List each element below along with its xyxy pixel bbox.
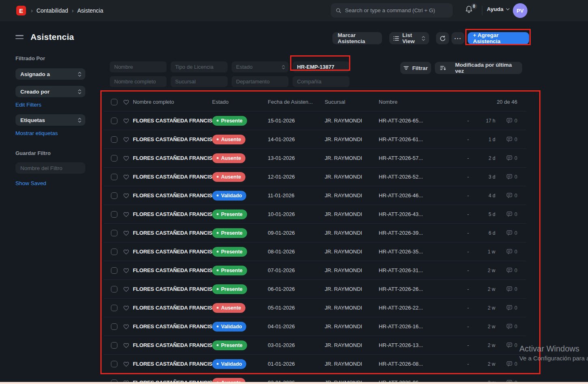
notifications-button[interactable]: 0 bbox=[465, 5, 476, 16]
mark-attendance-button[interactable]: Marcar Asistencia bbox=[332, 32, 382, 44]
show-saved-link[interactable]: Show Saved bbox=[15, 180, 46, 186]
row-checkbox[interactable] bbox=[111, 305, 117, 311]
row-checkbox[interactable] bbox=[111, 174, 117, 180]
table-row[interactable]: FLORES CASTAÑEDA FRANCIS Presente 10-01-… bbox=[104, 205, 526, 223]
like-filter-icon[interactable] bbox=[123, 99, 130, 105]
attendance-id[interactable]: HR-ATT-2026-61... bbox=[379, 136, 440, 142]
employee-name[interactable]: FLORES CASTAÑEDA FRANCIS bbox=[133, 155, 212, 161]
employee-name[interactable]: FLORES CASTAÑEDA FRANCIS bbox=[133, 136, 212, 142]
heart-icon[interactable] bbox=[123, 286, 130, 292]
attendance-id[interactable]: HR-ATT-2026-43... bbox=[379, 211, 440, 217]
heart-icon[interactable] bbox=[123, 323, 130, 330]
row-checkbox[interactable] bbox=[111, 118, 117, 124]
heart-icon[interactable] bbox=[123, 249, 130, 255]
attendance-id[interactable]: HR-ATT-2026-16... bbox=[379, 323, 440, 329]
attendance-id[interactable]: HR-ATT-2026-52... bbox=[379, 174, 440, 180]
row-checkbox[interactable] bbox=[111, 192, 117, 199]
attendance-id[interactable]: HR-ATT-2026-39... bbox=[379, 230, 440, 236]
attendance-id[interactable]: HR-ATT-2026-35... bbox=[379, 249, 440, 255]
heart-icon[interactable] bbox=[123, 155, 130, 161]
help-menu[interactable]: Ayuda bbox=[487, 6, 510, 12]
attendance-id[interactable]: HR-ATT-2026-08... bbox=[379, 361, 440, 367]
table-row[interactable]: FLORES CASTAÑEDA FRANCIS Validado 04-01-… bbox=[104, 317, 526, 336]
employee-name[interactable]: FLORES CASTAÑEDA FRANCIS bbox=[133, 305, 212, 311]
row-checkbox[interactable] bbox=[111, 249, 117, 255]
table-row[interactable]: FLORES CASTAÑEDA FRANCIS Ausente 05-01-2… bbox=[104, 298, 526, 317]
estado-filter-select[interactable]: Estado bbox=[232, 61, 289, 72]
header-sucursal[interactable]: Sucursal bbox=[325, 99, 379, 105]
table-row[interactable]: FLORES CASTAÑEDA FRANCIS Ausente 12-01-2… bbox=[104, 167, 526, 186]
nombre-filter-input[interactable] bbox=[110, 61, 167, 72]
employee-name[interactable]: FLORES CASTAÑEDA FRANCIS bbox=[133, 361, 212, 367]
employee-name[interactable]: FLORES CASTAÑEDA FRANCIS bbox=[133, 211, 212, 217]
employee-name[interactable]: FLORES CASTAÑEDA FRANCIS bbox=[133, 267, 212, 273]
created-by-select[interactable]: Creado por bbox=[15, 86, 85, 97]
employee-name[interactable]: FLORES CASTAÑEDA FRANCIS bbox=[133, 286, 212, 292]
filter-name-input[interactable] bbox=[15, 162, 85, 174]
employee-name[interactable]: FLORES CASTAÑEDA FRANCIS bbox=[133, 174, 212, 180]
header-nombre[interactable]: Nombre bbox=[379, 99, 440, 105]
departamento-filter-input[interactable] bbox=[232, 76, 289, 87]
heart-icon[interactable] bbox=[123, 361, 130, 367]
employee-name[interactable]: FLORES CASTAÑEDA FRANCIS bbox=[133, 192, 212, 199]
row-checkbox[interactable] bbox=[111, 286, 117, 292]
heart-icon[interactable] bbox=[123, 211, 130, 218]
heart-icon[interactable] bbox=[123, 267, 130, 274]
header-fecha[interactable]: Fecha de Asisten... bbox=[268, 99, 325, 105]
employee-name[interactable]: FLORES CASTAÑEDA FRANCIS bbox=[133, 342, 212, 348]
breadcrumb-item-asistencia[interactable]: Asistencia bbox=[77, 7, 103, 14]
assigned-to-select[interactable]: Asignado a bbox=[15, 68, 85, 80]
heart-icon[interactable] bbox=[123, 136, 130, 143]
table-row[interactable]: FLORES CASTAÑEDA FRANCIS Presente 15-01-… bbox=[104, 111, 526, 130]
select-all-checkbox[interactable] bbox=[111, 99, 117, 105]
heart-icon[interactable] bbox=[123, 342, 130, 349]
refresh-button[interactable] bbox=[436, 32, 449, 44]
heart-icon[interactable] bbox=[123, 230, 130, 236]
attendance-id[interactable]: HR-ATT-2026-13... bbox=[379, 342, 440, 348]
app-logo[interactable]: E bbox=[16, 6, 26, 15]
attendance-id[interactable]: HR-ATT-2026-22... bbox=[379, 305, 440, 311]
tags-select[interactable]: Etiquetas bbox=[15, 114, 85, 126]
attendance-id[interactable]: HR-ATT-2026-31... bbox=[379, 267, 440, 273]
row-checkbox[interactable] bbox=[111, 361, 117, 367]
row-checkbox[interactable] bbox=[111, 230, 117, 236]
row-checkbox[interactable] bbox=[111, 211, 117, 218]
heart-icon[interactable] bbox=[123, 192, 130, 199]
table-row[interactable]: FLORES CASTAÑEDA FRANCIS Ausente 14-01-2… bbox=[104, 130, 526, 148]
header-nombre-completo[interactable]: Nombre completo bbox=[133, 99, 212, 105]
heart-icon[interactable] bbox=[123, 118, 130, 124]
global-search-input[interactable]: Search or type a command (Ctrl + G) bbox=[331, 3, 453, 17]
row-checkbox[interactable] bbox=[111, 342, 117, 349]
heart-icon[interactable] bbox=[123, 174, 130, 180]
show-tags-link[interactable]: Mostrar etiquetas bbox=[15, 130, 58, 136]
filter-button[interactable]: Filtrar bbox=[400, 62, 431, 74]
table-row[interactable]: FLORES CASTAÑEDA FRANCIS Presente 08-01-… bbox=[104, 242, 526, 261]
nombre-completo-filter-input[interactable] bbox=[110, 76, 167, 87]
tipo-licencia-filter-input[interactable] bbox=[171, 61, 228, 72]
table-row[interactable]: FLORES CASTAÑEDA FRANCIS Ausente 13-01-2… bbox=[104, 148, 526, 167]
breadcrumb-item-contabilidad[interactable]: Contabilidad bbox=[37, 7, 68, 14]
row-checkbox[interactable] bbox=[111, 323, 117, 330]
table-row[interactable]: FLORES CASTAÑEDA FRANCIS Presente 06-01-… bbox=[104, 279, 526, 298]
table-row[interactable]: FLORES CASTAÑEDA FRANCIS Presente 03-01-… bbox=[104, 336, 526, 354]
header-estado[interactable]: Estado bbox=[212, 99, 268, 105]
row-checkbox[interactable] bbox=[111, 136, 117, 143]
compania-filter-input[interactable] bbox=[293, 76, 349, 87]
menu-button[interactable]: ··· bbox=[451, 32, 464, 44]
employee-name[interactable]: FLORES CASTAÑEDA FRANCIS bbox=[133, 249, 212, 255]
sort-button[interactable]: Modificada por última vez bbox=[435, 62, 522, 74]
attendance-id[interactable]: HR-ATT-2026-26... bbox=[379, 286, 440, 292]
table-row[interactable]: FLORES CASTAÑEDA FRANCIS Validado 01-01-… bbox=[104, 354, 526, 373]
attendance-id[interactable]: HR-ATT-2026-46... bbox=[379, 192, 440, 199]
edit-filters-link[interactable]: Edit Filters bbox=[15, 102, 41, 108]
row-checkbox[interactable] bbox=[111, 267, 117, 274]
table-row[interactable]: FLORES CASTAÑEDA FRANCIS Presente 09-01-… bbox=[104, 223, 526, 242]
view-switcher-button[interactable]: List View bbox=[389, 32, 429, 44]
table-row[interactable]: FLORES CASTAÑEDA FRANCIS Presente 07-01-… bbox=[104, 261, 526, 279]
employee-name[interactable]: FLORES CASTAÑEDA FRANCIS bbox=[133, 323, 212, 329]
sucursal-filter-input[interactable] bbox=[171, 76, 228, 87]
user-avatar[interactable]: PV bbox=[513, 3, 527, 18]
add-attendance-button[interactable]: + Agregar Asistencia bbox=[468, 32, 529, 44]
table-row[interactable]: FLORES CASTAÑEDA FRANCIS Validado 11-01-… bbox=[104, 186, 526, 205]
employee-name[interactable]: FLORES CASTAÑEDA FRANCIS bbox=[133, 230, 212, 236]
